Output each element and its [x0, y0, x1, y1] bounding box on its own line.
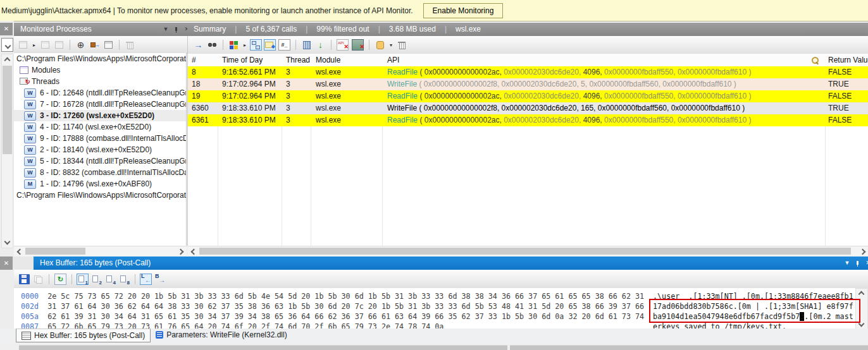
table-row[interactable]: 89:16:52.661 PM3wsl.exeFALSEReadFile ( 0…: [188, 66, 868, 78]
api-argument: 4096,: [583, 92, 602, 100]
column-header-module[interactable]: Module: [316, 54, 340, 66]
thread-item[interactable]: M1 - ID: 14796 (wsl.exe+0xABF80): [14, 178, 186, 190]
thread-item[interactable]: W3 - ID: 17260 (wsl.exe+0xE52D0): [14, 110, 186, 121]
bottom-dock-gutter: ✕: [0, 256, 34, 270]
tree-item-label: 5 - ID: 18344 (ntdll.dll!TpReleaseCleanu…: [40, 155, 186, 167]
summary-title-item: Summary: [194, 23, 226, 36]
legend-icon[interactable]: [228, 40, 239, 50]
tree-view-icon[interactable]: [251, 40, 261, 50]
column-header-num[interactable]: #: [192, 54, 196, 66]
scrollbar-thumb[interactable]: [199, 248, 851, 255]
table-row[interactable]: 199:17:02.964 PM3wsl.exeFALSEReadFile ( …: [188, 90, 868, 102]
delete-icon[interactable]: [397, 40, 407, 50]
exclude-module-icon[interactable]: [352, 39, 364, 51]
thread-item[interactable]: W6 - ID: 12648 (ntdll.dll!TpReleaseClean…: [14, 87, 186, 99]
thread-item[interactable]: W7 - ID: 16728 (ntdll.dll!TpReleaseClean…: [14, 99, 186, 110]
legend-dropdown-icon[interactable]: [242, 40, 247, 50]
scroll-up-icon[interactable]: [4, 57, 11, 64]
exclude-api-icon[interactable]: [337, 39, 349, 51]
scrollbar-thumb[interactable]: [3, 66, 12, 154]
scroll-left-icon[interactable]: [191, 249, 197, 255]
big-endian-icon[interactable]: B: [154, 274, 165, 284]
number-format-icon[interactable]: [278, 39, 290, 51]
collapse-icon[interactable]: ▼: [163, 27, 169, 32]
export-icon[interactable]: [315, 40, 326, 50]
tree-item[interactable]: Modules: [14, 64, 186, 76]
hex-buffer-titlebar: Hex Buffer: 165 bytes (Post-Call) ▼ ✕: [34, 256, 868, 270]
close-icon[interactable]: ✕: [865, 260, 868, 266]
break-on-call-icon[interactable]: [375, 40, 385, 50]
collapse-icon[interactable]: ▼: [845, 260, 850, 266]
tree-item-label: 1 - ID: 14796 (wsl.exe+0xABF80): [40, 178, 152, 190]
pin-icon[interactable]: [174, 27, 178, 33]
tree-item[interactable]: C:\Program Files\WindowsApps\MicrosoftCo…: [14, 53, 186, 64]
column-header-thread[interactable]: Thread: [286, 54, 310, 66]
close-icon[interactable]: ✕: [0, 23, 13, 35]
column-header-return[interactable]: Return Value: [828, 54, 868, 66]
monitor-attach-icon[interactable]: [40, 40, 51, 50]
monitor-new-process-icon[interactable]: [18, 40, 28, 50]
dock-combo[interactable]: [1, 38, 13, 52]
group-2-icon[interactable]: 2: [91, 274, 102, 284]
group-1-icon[interactable]: 1: [77, 274, 88, 284]
group-8-icon[interactable]: 8: [119, 274, 130, 284]
table-header[interactable]: # Time of Day Thread Module API Return V…: [188, 54, 868, 67]
properties-icon[interactable]: [103, 40, 114, 50]
call-time: 9:18:33.610 PM: [222, 114, 276, 126]
call-thread: 3: [286, 114, 290, 126]
refresh-icon[interactable]: [54, 274, 66, 285]
comments-icon[interactable]: [264, 40, 275, 50]
thread-item[interactable]: W4 - ID: 11740 (wsl.exe+0xE52D0): [14, 121, 186, 133]
tab-label: Hex Buffer: 165 bytes (Post-Call): [34, 331, 145, 340]
api-argument: ( 0x00000000000002f8,: [419, 104, 499, 112]
scroll-down-icon[interactable]: [4, 239, 11, 245]
thread-item[interactable]: W2 - ID: 18140 (wsl.exe+0xE52D0): [14, 144, 186, 155]
search-icon[interactable]: [811, 56, 819, 64]
go-to-icon[interactable]: [193, 40, 204, 50]
break-dropdown-icon[interactable]: [388, 40, 394, 50]
close-icon[interactable]: ✕: [0, 256, 13, 270]
table-row[interactable]: 63619:18:33.610 PM3wsl.exeFALSEReadFile …: [188, 114, 868, 126]
scroll-up-icon[interactable]: [859, 291, 865, 298]
hex-bytes: 2e 5c 75 73 65 72 20 20 1b 5b 31 3b 33 3…: [47, 292, 644, 301]
group-4-icon[interactable]: 4: [105, 274, 116, 284]
tab-parameters[interactable]: Parameters: WriteFile (Kernel32.dll): [151, 329, 292, 341]
left-vertical-scrollbar[interactable]: [1, 54, 13, 248]
thread-item[interactable]: W5 - ID: 18344 (ntdll.dll!TpReleaseClean…: [14, 155, 186, 167]
scroll-right-icon[interactable]: [178, 249, 184, 255]
monitor-dropdown-icon[interactable]: [32, 40, 37, 50]
columns-icon[interactable]: [301, 40, 312, 50]
column-header-api[interactable]: API: [387, 54, 399, 66]
scroll-left-icon[interactable]: [17, 249, 23, 255]
locate-icon[interactable]: [75, 40, 86, 50]
thread-badge: W: [24, 100, 36, 109]
api-argument: 0x0000000fbdaff560, 0x0000000fbdaff610 ): [589, 80, 736, 88]
save-icon[interactable]: [19, 274, 30, 284]
pin-icon[interactable]: [855, 260, 860, 267]
copy-icon[interactable]: [33, 274, 44, 284]
column-header-time[interactable]: Time of Day: [222, 54, 263, 66]
process-tree-icon[interactable]: [89, 40, 100, 50]
scrollbar-thumb[interactable]: [25, 248, 85, 255]
thread-item[interactable]: W9 - ID: 17888 (combase.dll!InternalTlsA…: [14, 133, 186, 144]
enable-monitoring-button[interactable]: Enable Monitoring: [423, 3, 504, 18]
toolbar-separator: [119, 40, 120, 50]
title-separator: |: [235, 23, 237, 36]
tree-horizontal-scrollbar[interactable]: [14, 246, 187, 256]
monitor-find-icon[interactable]: [54, 40, 65, 50]
table-row[interactable]: 189:17:02.964 PM3wsl.exeTRUEWriteFile ( …: [188, 78, 868, 90]
thread-item[interactable]: W8 - ID: 8832 (combase.dll!InternalTlsAl…: [14, 167, 186, 178]
tab-hex-doc[interactable]: Hex Buffer: 165 bytes (Post-Call): [16, 329, 151, 342]
tree-item[interactable]: C:\Program Files\WindowsApps\MicrosoftCo…: [14, 190, 186, 201]
call-number: 6360: [192, 102, 209, 114]
table-row[interactable]: 63609:18:33.610 PM3wsl.exeTRUEWriteFile …: [188, 102, 868, 114]
annotation-highlight-box: [649, 299, 860, 323]
find-icon[interactable]: [207, 40, 218, 50]
toolbar-separator: [135, 274, 135, 284]
scroll-right-icon[interactable]: [860, 249, 866, 255]
delete-icon[interactable]: [125, 40, 135, 50]
little-endian-icon[interactable]: L: [140, 274, 151, 284]
table-horizontal-scrollbar[interactable]: [188, 246, 868, 256]
tree-item[interactable]: Threads: [14, 76, 186, 87]
summary-title-item: 99% filtered out: [316, 23, 369, 36]
